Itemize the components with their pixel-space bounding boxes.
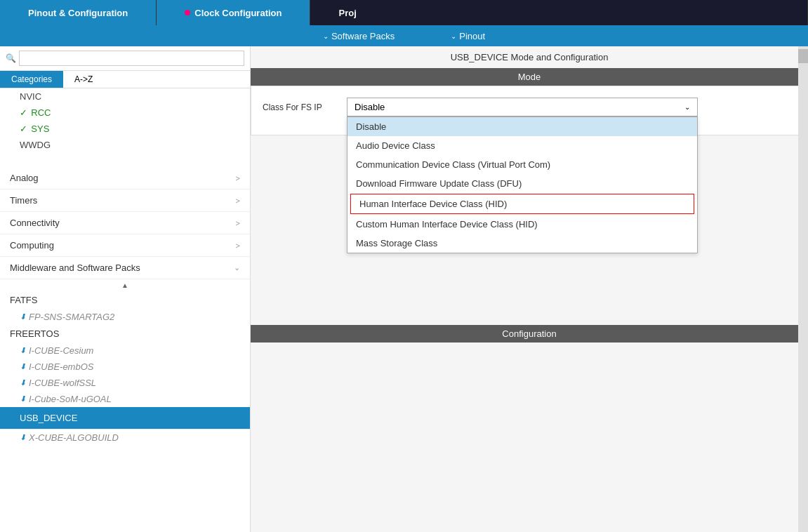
download-icon-cesium: ⬇ [20,346,26,355]
embos-label: I-CUBE-embOS [29,361,93,372]
connectivity-chevron: > [236,219,240,227]
dropdown-button[interactable]: Disable ⌄ [347,98,698,117]
middleware-chevron: ⌄ [234,263,240,272]
sidebar-item-computing[interactable]: Computing > [0,234,250,257]
config-header: Configuration [251,325,808,343]
sys-check: ✓ [20,124,27,134]
wolfssl-label: I-CUBE-wolfSSL [29,378,96,388]
configuration-area [251,343,808,532]
sidebar: 🔍 Categories A->Z NVIC ✓ RCC ✓ SYS WWDG [0,46,251,532]
option-hid-label: Human Interface Device Class (HID) [359,199,507,209]
middleware-item-fatfs[interactable]: FATFS [0,291,250,309]
top-nav: Pinout & Configuration Clock Configurati… [0,0,808,25]
clock-dot [185,10,190,15]
mode-section: Class For FS IP Disable ⌄ Disable Audio … [251,86,808,135]
computing-chevron: > [236,241,240,250]
search-input[interactable] [19,51,244,66]
download-icon-wolfssl: ⬇ [20,378,26,387]
nvic-label: NVIC [20,91,41,102]
content-title: USB_DEVICE Mode and Configuration [251,46,808,68]
sys-label: SYS [31,124,49,134]
middleware-item-usb-device[interactable]: USB_DEVICE [0,407,250,430]
nav-pinout[interactable]: Pinout & Configuration [0,0,157,25]
dropdown-option-disable[interactable]: Disable [347,117,697,136]
option-msc-label: Mass Storage Class [356,238,437,248]
sub-nav: ⌄ Software Packs ⌄ Pinout [0,25,808,46]
wwdg-label: WWDG [20,140,51,150]
scrollbar-track[interactable] [798,46,808,532]
som-label: I-Cube-SoM-uGOAL [29,394,112,404]
tab-bar: Categories A->Z [0,71,250,88]
sidebar-item-wwdg[interactable]: WWDG [0,137,250,153]
sub-software-packs-label: Software Packs [331,31,395,41]
nav-clock-label: Clock Configuration [194,8,282,18]
chevron-pinout: ⌄ [451,32,456,40]
sidebar-item-rcc[interactable]: ✓ RCC [0,105,250,121]
cesium-label: I-CUBE-Cesium [29,345,93,356]
middleware-item-som[interactable]: ⬇ I-Cube-SoM-uGOAL [0,391,250,407]
download-icon-xcube: ⬇ [20,433,26,442]
scroll-up-indicator: ▲ [0,279,250,291]
sidebar-item-middleware[interactable]: Middleware and Software Packs ⌄ [0,257,250,279]
xcube-label: X-CUBE-ALGOBUILD [29,432,119,443]
option-dfu-label: Download Firmware Update Class (DFU) [356,178,522,189]
scrollbar-thumb[interactable] [798,49,808,63]
field-row-class: Class For FS IP Disable ⌄ Disable Audio … [263,98,796,117]
mode-header: Mode [251,68,808,86]
sub-pinout-label: Pinout [459,31,485,41]
analog-label: Analog [10,173,38,183]
main-layout: 🔍 Categories A->Z NVIC ✓ RCC ✓ SYS WWDG [0,46,808,532]
middleware-label: Middleware and Software Packs [10,262,140,273]
dropdown-option-audio[interactable]: Audio Device Class [347,136,697,155]
rcc-check: ✓ [20,107,27,118]
tab-categories[interactable]: Categories [0,71,63,88]
sidebar-item-nvic[interactable]: NVIC [0,88,250,105]
dropdown-container: Disable ⌄ Disable Audio Device Class Com… [347,98,698,117]
option-custom-hid-label: Custom Human Interface Device Class (HID… [356,219,538,230]
sidebar-item-connectivity[interactable]: Connectivity > [0,212,250,234]
nav-project-label: Proj [338,8,356,18]
fatfs-label: FATFS [10,295,37,305]
sidebar-item-timers[interactable]: Timers > [0,189,250,212]
dropdown-option-cdc[interactable]: Communication Device Class (Virtual Port… [347,155,697,174]
search-bar: 🔍 [0,46,250,71]
nav-project[interactable]: Proj [310,0,808,25]
dropdown-option-custom-hid[interactable]: Custom Human Interface Device Class (HID… [347,215,697,234]
field-label-class: Class For FS IP [263,102,340,112]
right-content: USB_DEVICE Mode and Configuration Mode C… [251,46,808,532]
dropdown-selected-value: Disable [355,102,385,112]
middleware-item-freertos[interactable]: FREERTOS [0,325,250,343]
dropdown-option-msc[interactable]: Mass Storage Class [347,234,697,253]
sub-software-packs[interactable]: ⌄ Software Packs [323,31,395,41]
sidebar-item-sys[interactable]: ✓ SYS [0,121,250,137]
analog-chevron: > [236,174,240,182]
tab-az[interactable]: A->Z [63,71,104,88]
sidebar-item-analog[interactable]: Analog > [0,167,250,189]
option-disable-label: Disable [356,121,386,132]
option-cdc-label: Communication Device Class (Virtual Port… [356,159,550,170]
middleware-item-fp-sns[interactable]: ⬇ FP-SNS-SMARTAG2 [0,309,250,325]
nav-pinout-label: Pinout & Configuration [28,8,128,18]
timers-chevron: > [236,197,240,205]
freertos-label: FREERTOS [10,328,59,339]
middleware-item-cesium[interactable]: ⬇ I-CUBE-Cesium [0,343,250,359]
dropdown-option-hid[interactable]: Human Interface Device Class (HID) [350,194,694,214]
dropdown-arrow-icon: ⌄ [684,103,690,111]
download-icon-som: ⬇ [20,394,26,404]
option-audio-label: Audio Device Class [356,140,435,151]
rcc-label: RCC [31,107,51,118]
middleware-item-x-cube[interactable]: ⬇ X-CUBE-ALGOBUILD [0,430,250,446]
middleware-item-embos[interactable]: ⬇ I-CUBE-embOS [0,359,250,375]
search-icon: 🔍 [6,53,16,63]
dropdown-list: Disable Audio Device Class Communication… [347,117,698,253]
connectivity-label: Connectivity [10,218,60,228]
dropdown-option-dfu[interactable]: Download Firmware Update Class (DFU) [347,174,697,193]
sidebar-content: NVIC ✓ RCC ✓ SYS WWDG Analog > Timers [0,88,250,532]
chevron-software-packs: ⌄ [323,32,329,40]
download-icon-fp-sns: ⬇ [20,312,26,321]
computing-label: Computing [10,240,54,251]
download-icon-embos: ⬇ [20,362,26,371]
middleware-item-wolfssl[interactable]: ⬇ I-CUBE-wolfSSL [0,375,250,391]
nav-clock[interactable]: Clock Configuration [157,0,310,25]
sub-pinout[interactable]: ⌄ Pinout [451,31,485,41]
